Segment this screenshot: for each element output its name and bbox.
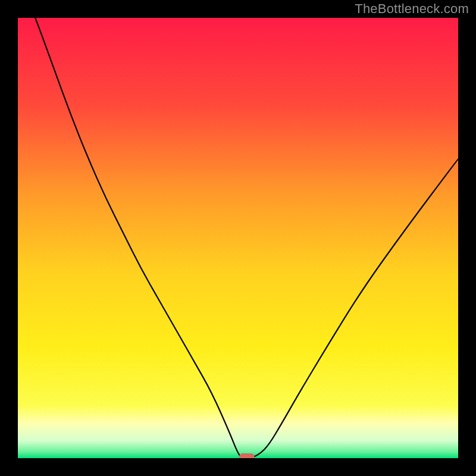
chart-svg xyxy=(18,18,458,458)
optimal-point-marker xyxy=(239,453,255,458)
watermark-text: TheBottleneck.com xyxy=(355,1,469,17)
chart-background-gradient xyxy=(18,18,458,458)
chart-frame: TheBottleneck.com xyxy=(0,0,476,476)
chart-plot-area xyxy=(18,18,458,458)
